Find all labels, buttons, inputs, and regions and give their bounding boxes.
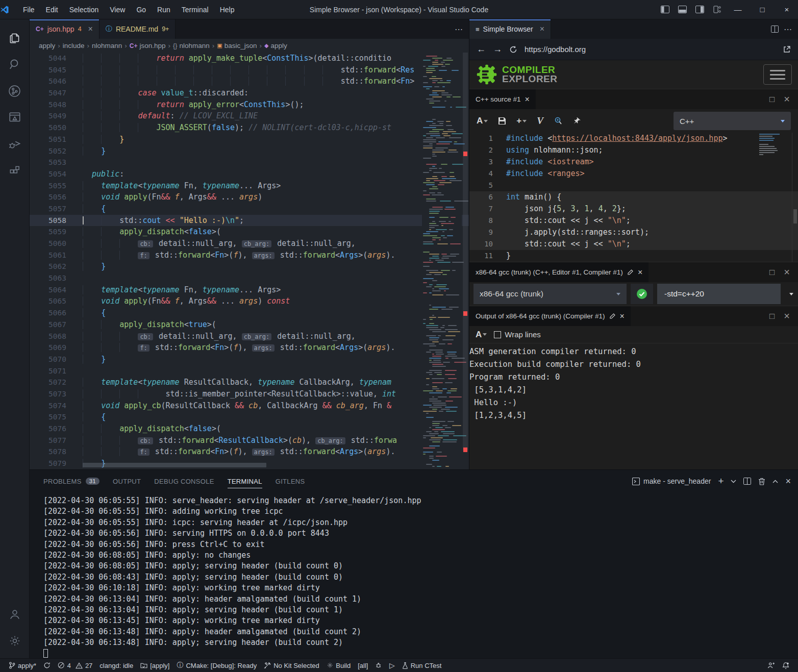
code-line[interactable]: 5056 void apply(Fn&& f, Args&& ... args) [30, 191, 469, 203]
panel-tab-gitlens[interactable]: GITLENS [276, 470, 305, 492]
split-terminal-icon[interactable] [743, 478, 751, 485]
maximize-pane-icon[interactable]: □ [769, 94, 775, 105]
code-line[interactable]: 6int main() { [469, 191, 798, 203]
code-line[interactable]: 5045 std::forward<Res [30, 64, 469, 76]
options-dropdown-icon[interactable] [785, 293, 798, 295]
code-line[interactable]: 2using nlohmann::json; [469, 144, 798, 156]
code-line[interactable]: 4#include <ranges> [469, 168, 798, 180]
forward-icon[interactable]: → [493, 44, 502, 55]
code-line[interactable]: 9 j.apply(std::ranges::sort); [469, 227, 798, 238]
close-icon[interactable]: × [525, 95, 530, 104]
kill-terminal-icon[interactable] [758, 478, 765, 485]
menu-help[interactable]: Help [214, 0, 240, 19]
code-line[interactable]: 5047 case value_t::discarded: [30, 87, 469, 99]
code-editor[interactable]: 5044 return apply_make_tuple<ConstThis>(… [30, 53, 469, 469]
code-line[interactable]: 5059 apply_dispatch<false>( [30, 226, 469, 238]
hamburger-menu-icon[interactable] [763, 64, 792, 85]
panel-tab-debug-console[interactable]: DEBUG CONSOLE [154, 470, 214, 492]
accounts-icon[interactable] [3, 601, 27, 628]
code-line[interactable]: 5064 template<typename Fn, typename... A… [30, 284, 469, 296]
code-line[interactable]: 5046 std::forward<Fn> [30, 76, 469, 87]
close-pane-icon[interactable]: × [784, 310, 790, 322]
code-line[interactable]: 5072 template<typename ResultCallback, t… [30, 377, 469, 388]
tab-readme-md[interactable]: ⓘ README.md 9+ [99, 19, 176, 39]
code-line[interactable]: 5063 [30, 272, 469, 284]
breadcrumb-item[interactable]: ◆apply [264, 42, 287, 49]
code-line[interactable]: 5061 f: std::forward<Fn>(f), args: std::… [30, 250, 469, 261]
horizontal-scrollbar[interactable] [83, 463, 266, 467]
menu-selection[interactable]: Selection [64, 0, 105, 19]
language-select[interactable]: C++ [674, 112, 791, 130]
close-button[interactable]: × [776, 0, 798, 19]
cmake-folder-item[interactable]: [apply] [137, 659, 173, 672]
panel-tab-problems[interactable]: PROBLEMS31 [43, 470, 99, 492]
open-external-icon[interactable] [783, 45, 791, 54]
cmake-status-item[interactable]: ⓘ CMake: [Debug]: Ready [173, 659, 260, 672]
minimap[interactable] [422, 53, 462, 469]
more-actions-icon[interactable]: ⋯ [784, 24, 792, 34]
close-panel-icon[interactable]: × [785, 476, 791, 487]
ce-compiler-tab[interactable]: x86-64 gcc (trunk) (C++, Editor #1, Comp… [469, 262, 649, 282]
code-line[interactable]: 5 [469, 180, 798, 191]
code-line[interactable]: 5077 cb: std::forward<ResultCallback>(cb… [30, 435, 469, 446]
breadcrumb-item[interactable]: nlohmann [92, 42, 122, 49]
menu-run[interactable]: Run [152, 0, 176, 19]
code-line[interactable]: 5062 } [30, 261, 469, 272]
edit-icon[interactable] [609, 313, 616, 319]
minimize-button[interactable]: — [727, 0, 749, 19]
kit-item[interactable]: No Kit Selected [260, 659, 323, 672]
code-line[interactable]: 5065 void apply(Fn&& f, Args&& ... args)… [30, 295, 469, 307]
font-size-icon[interactable]: A [476, 330, 487, 340]
close-icon[interactable]: × [638, 268, 642, 277]
close-icon[interactable]: × [620, 312, 625, 321]
ce-output-tab[interactable]: Output of x86-64 gcc (trunk) (Compiler #… [469, 306, 631, 326]
code-line[interactable]: 8 std::cout << j << "\n"; [469, 215, 798, 227]
maximize-pane-icon[interactable]: □ [769, 311, 775, 321]
code-line[interactable]: 5066 { [30, 307, 469, 319]
code-line[interactable]: 5048 return apply_error<ConstThis>(); [30, 99, 469, 111]
code-line[interactable]: 1#include <https://localhost:8443/apply/… [469, 133, 798, 144]
panel-tab-output[interactable]: OUTPUT [113, 470, 141, 492]
toggle-panel-icon[interactable] [675, 3, 690, 16]
tab-simple-browser[interactable]: ≡ Simple Browser × [469, 19, 551, 39]
pin-icon[interactable] [573, 117, 581, 125]
more-actions-icon[interactable]: ⋯ [455, 24, 463, 34]
breadcrumb-item[interactable]: {}nlohmann [173, 42, 210, 49]
compiler-select[interactable]: x86-64 gcc (trunk) [473, 284, 627, 304]
code-line[interactable]: 5053 [30, 157, 469, 168]
menu-file[interactable]: File [17, 0, 40, 19]
notifications-bell-icon[interactable] [779, 662, 793, 669]
maximize-panel-icon[interactable] [772, 480, 778, 483]
debug-target-icon[interactable] [371, 659, 386, 672]
edit-icon[interactable] [627, 269, 634, 276]
new-terminal-icon[interactable]: + [718, 476, 724, 487]
code-line[interactable]: 5070 } [30, 354, 469, 365]
add-pane-icon[interactable]: + [516, 116, 527, 126]
code-line[interactable]: 5075 { [30, 411, 469, 423]
run-and-debug-icon[interactable] [3, 131, 27, 157]
search-icon[interactable] [3, 51, 27, 78]
customize-layout-icon[interactable] [709, 3, 725, 16]
maximize-button[interactable]: □ [751, 0, 774, 19]
explorer-icon[interactable] [3, 24, 27, 51]
terminal-output[interactable]: [2022-04-30 06:05:55] INFO: serve_header… [30, 492, 798, 658]
code-line[interactable]: 5050 JSON_ASSERT(false); // NOLINT(cert-… [30, 122, 469, 134]
build-item[interactable]: Build [323, 659, 354, 672]
breadcrumb-item[interactable]: include [63, 42, 85, 49]
toggle-sidebar-icon[interactable] [657, 3, 672, 16]
code-line[interactable]: 5060 cb: detail::null_arg, cb_arg: detai… [30, 238, 469, 250]
code-line[interactable]: 5051 } [30, 134, 469, 145]
menu-view[interactable]: View [104, 0, 131, 19]
menu-edit[interactable]: Edit [40, 0, 64, 19]
extensions-icon[interactable] [3, 157, 27, 184]
code-line[interactable]: 3#include <iostream> [469, 156, 798, 168]
vim-toggle-icon[interactable]: V [537, 115, 543, 127]
reload-icon[interactable] [509, 45, 517, 54]
code-line[interactable]: 5078 f: std::forward<Fn>(f), args: std::… [30, 446, 469, 458]
url-input[interactable]: https://godbolt.org [525, 45, 776, 54]
code-line[interactable]: 5067 apply_dispatch<true>( [30, 319, 469, 331]
compiler-options-input[interactable]: -std=c++20 [657, 284, 781, 304]
breadcrumb-item[interactable]: apply [39, 42, 55, 49]
wrap-lines-checkbox[interactable]: Wrap lines [494, 330, 541, 339]
close-pane-icon[interactable]: × [784, 93, 790, 105]
